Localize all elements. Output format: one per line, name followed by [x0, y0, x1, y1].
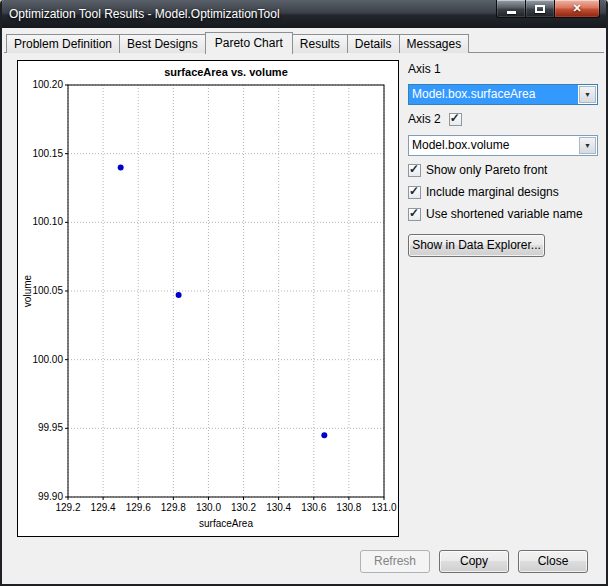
- include-marginal-designs-checkbox[interactable]: ✓: [408, 186, 421, 199]
- svg-text:130.6: 130.6: [301, 502, 326, 513]
- check-icon: ✓: [409, 184, 419, 198]
- axis1-dropdown-arrow-icon[interactable]: ▼: [579, 86, 596, 103]
- close-window-button[interactable]: ✕: [555, 0, 600, 18]
- axis2-row: Axis 2 ✓: [408, 112, 462, 126]
- svg-text:129.6: 129.6: [126, 502, 151, 513]
- show-only-pareto-front-label: Show only Pareto front: [426, 163, 547, 177]
- svg-text:100.05: 100.05: [32, 285, 63, 296]
- axis2-label: Axis 2: [408, 112, 441, 126]
- svg-text:129.4: 129.4: [91, 502, 116, 513]
- tab-problem-definition[interactable]: Problem Definition: [6, 34, 120, 53]
- svg-text:131.0: 131.0: [371, 502, 396, 513]
- svg-text:129.8: 129.8: [161, 502, 186, 513]
- tab-best-designs[interactable]: Best Designs: [119, 34, 206, 53]
- svg-text:volume: volume: [22, 274, 33, 307]
- svg-text:129.2: 129.2: [55, 502, 80, 513]
- svg-text:130.0: 130.0: [196, 502, 221, 513]
- use-shortened-variable-name-checkbox[interactable]: ✓: [408, 208, 421, 221]
- tab-details[interactable]: Details: [347, 34, 400, 53]
- pareto-chart-panel: 129.2129.4129.6129.8130.0130.2130.4130.6…: [17, 60, 399, 537]
- checkbox-row-include-marginal-designs: ✓ Include marginal designs: [408, 185, 559, 199]
- checkbox-row-use-shortened-variable-name: ✓ Use shortened variable name: [408, 207, 583, 221]
- svg-text:130.4: 130.4: [266, 502, 291, 513]
- window-controls: ✕: [496, 0, 600, 18]
- axis1-combobox[interactable]: Model.box.surfaceArea ▼: [408, 84, 598, 105]
- tab-messages[interactable]: Messages: [399, 34, 470, 53]
- svg-text:99.90: 99.90: [38, 491, 63, 502]
- checkbox-row-show-only-pareto-front: ✓ Show only Pareto front: [408, 163, 547, 177]
- maximize-button[interactable]: [526, 0, 555, 18]
- tab-results[interactable]: Results: [292, 34, 348, 53]
- optimization-tool-results-window: Optimization Tool Results - Model.Optimi…: [0, 0, 608, 586]
- axis1-combobox-value: Model.box.surfaceArea: [409, 85, 578, 104]
- axis2-checkbox[interactable]: ✓: [449, 113, 462, 126]
- window-title: Optimization Tool Results - Model.Optimi…: [9, 7, 280, 21]
- svg-text:100.10: 100.10: [32, 216, 63, 227]
- check-icon: ✓: [409, 206, 419, 220]
- close-button[interactable]: Close: [518, 550, 588, 573]
- copy-button[interactable]: Copy: [439, 550, 509, 573]
- svg-text:surfaceArea vs. volume: surfaceArea vs. volume: [164, 66, 288, 78]
- svg-text:130.8: 130.8: [336, 502, 361, 513]
- svg-text:surfaceArea: surfaceArea: [199, 518, 253, 529]
- show-only-pareto-front-checkbox[interactable]: ✓: [408, 164, 421, 177]
- minimize-icon: [507, 11, 516, 14]
- title-bar[interactable]: Optimization Tool Results - Model.Optimi…: [0, 0, 608, 28]
- show-in-data-explorer-button[interactable]: Show in Data Explorer...: [408, 234, 545, 257]
- axis2-combobox-value: Model.box.volume: [409, 136, 578, 155]
- pareto-scatter-chart: 129.2129.4129.6129.8130.0130.2130.4130.6…: [18, 61, 398, 536]
- svg-text:100.15: 100.15: [32, 148, 63, 159]
- check-icon: ✓: [450, 111, 460, 125]
- axis2-combobox[interactable]: Model.box.volume ▼: [408, 135, 598, 156]
- svg-text:130.2: 130.2: [231, 502, 256, 513]
- maximize-icon: [535, 5, 545, 13]
- axis1-label: Axis 1: [408, 62, 441, 76]
- close-icon: ✕: [572, 3, 581, 14]
- svg-text:99.95: 99.95: [38, 422, 63, 433]
- svg-text:100.00: 100.00: [32, 354, 63, 365]
- minimize-button[interactable]: [496, 0, 526, 18]
- include-marginal-designs-label: Include marginal designs: [426, 185, 559, 199]
- use-shortened-variable-name-label: Use shortened variable name: [426, 207, 583, 221]
- tab-pareto-chart[interactable]: Pareto Chart: [205, 32, 293, 54]
- axis2-dropdown-arrow-icon[interactable]: ▼: [579, 137, 596, 154]
- tab-strip: Problem Definition Best Designs Pareto C…: [6, 31, 602, 53]
- refresh-button: Refresh: [360, 550, 430, 573]
- svg-text:100.20: 100.20: [32, 79, 63, 90]
- check-icon: ✓: [409, 162, 419, 176]
